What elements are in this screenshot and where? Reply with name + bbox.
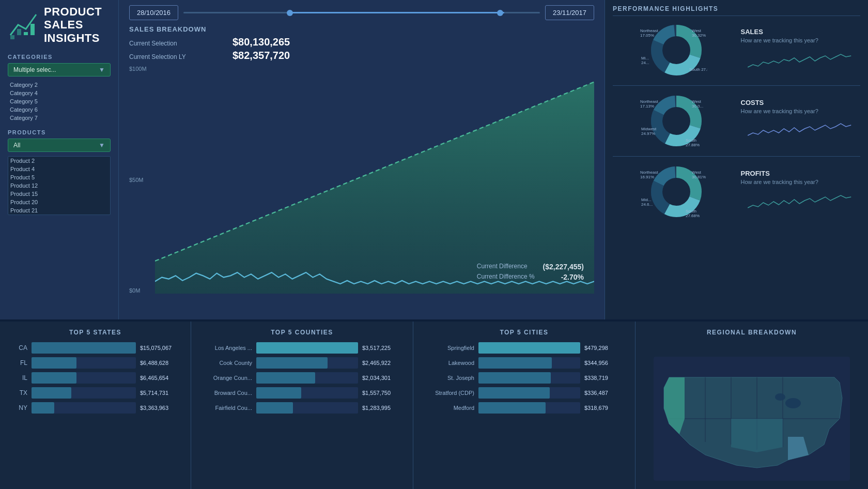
bar-row: FL $6,488,628 [9,357,181,369]
bar-track [478,342,580,354]
bar-fill [32,342,136,354]
bar-value: $1,557,750 [362,390,404,396]
products-list: Product 2 Product 4 Product 5 Product 12… [8,157,110,215]
bar-label: Springfield [423,345,474,351]
title-line2: INSIGHTS [44,32,100,44]
sales-donut-svg: West 30.32% South 27.8% Northeast 17.05%… [640,19,707,81]
bar-value: $6,465,654 [140,375,181,381]
bar-label: Cook County [200,360,252,366]
list-item[interactable]: Category 7 [8,114,111,122]
list-item[interactable]: Category 2 [8,81,111,89]
bar-track [256,342,358,354]
bar-row: IL $6,465,654 [9,372,181,384]
categories-label: CATEGORIES [8,54,111,60]
svg-text:16.91%: 16.91% [640,175,654,179]
svg-point-48 [785,398,801,408]
bar-fill [478,372,551,384]
bar-fill [32,387,71,399]
svg-text:27.68%: 27.68% [686,213,700,218]
list-item[interactable]: Product 21 [8,206,110,215]
bar-label: NY [9,404,27,411]
date-slider-track[interactable] [183,12,540,13]
bar-fill [256,372,315,384]
breakdown-ly-value: $82,357,720 [233,50,290,62]
bar-track [32,357,136,369]
profits-mini-chart [741,188,858,214]
list-item[interactable]: Category 4 [8,89,111,97]
bar-value: $5,714,731 [140,390,181,396]
products-dropdown[interactable]: All ▼ [8,139,111,152]
svg-text:17.05%: 17.05% [640,33,654,38]
chart-y-labels: $100M $50M $0M [129,66,155,294]
left-panel: PRODUCT SALES INSIGHTS CATEGORIES Multip… [0,0,119,319]
top-section: PRODUCT SALES INSIGHTS CATEGORIES Multip… [0,0,868,320]
svg-text:Mi...: Mi... [641,56,649,60]
bar-row: Los Angeles ... $3,517,225 [200,342,404,354]
map-container [645,342,859,489]
products-section: PRODUCTS All ▼ Product 2 Product 4 Produ… [8,129,111,215]
bar-row: NY $3,363,963 [9,402,181,414]
perf-sales-donut: West 30.32% South 27.8% Northeast 17.05%… [613,19,735,81]
svg-text:West: West [692,170,702,175]
y-label-50m: $50M [129,177,155,183]
bar-fill [256,402,293,414]
list-item[interactable]: Product 2 [8,157,110,165]
y-label-100m: $100M [129,66,155,72]
bar-fill-highlight [256,342,358,354]
regional-title: REGIONAL BREAKDOWN [645,329,859,336]
breakdown-current-value: $80,130,265 [233,36,290,48]
date-start-box[interactable]: 28/10/2016 [129,5,178,20]
bar-track [32,387,136,399]
bar-track [256,387,358,399]
bar-row: TX $5,714,731 [9,387,181,399]
slider-thumb-left[interactable] [287,10,293,16]
slider-thumb-right[interactable] [497,10,503,16]
costs-donut-svg: West 30.0... South 27.88% Northeast 17.1… [640,90,707,152]
bar-label: Medford [423,405,474,411]
top5counties-title: TOP 5 COUNTIES [200,329,404,336]
list-item[interactable]: Product 15 [8,190,110,198]
bar-value: $3,363,963 [140,405,181,411]
list-item[interactable]: Product 4 [8,165,110,173]
categories-dropdown[interactable]: Multiple selec... ▼ [8,63,111,77]
list-item[interactable]: Product 20 [8,198,110,206]
svg-text:30.0...: 30.0... [692,104,703,109]
bar-label: Orange Coun... [200,375,252,381]
bar-label: CA [9,344,27,352]
bar-row: Broward Cou... $1,557,750 [200,387,404,399]
us-map-svg [654,357,850,481]
svg-text:South: South [686,138,696,143]
sales-breakdown-title: SALES BREAKDOWN [129,25,594,33]
bar-track [32,342,136,354]
date-end-box[interactable]: 23/11/2017 [545,5,594,20]
bottom-section: TOP 5 STATES CA $15,075,067 FL $6,488,62… [0,320,868,489]
bar-value: $318,679 [584,405,626,411]
bar-label: FL [9,359,27,366]
bar-fill [256,357,328,369]
list-item[interactable]: Product 12 [8,181,110,190]
bar-label: Los Angeles ... [200,345,252,351]
list-item[interactable]: Product 5 [8,173,110,181]
chevron-down-icon: ▼ [99,142,105,149]
bar-track [32,372,136,384]
svg-text:South 27.8%: South 27.8% [689,67,707,72]
chevron-down-icon: ▼ [99,66,105,73]
products-scrollable-list[interactable]: Product 2 Product 4 Product 5 Product 12… [8,156,111,215]
bar-track [256,372,358,384]
top5states-title: TOP 5 STATES [9,329,181,336]
list-item[interactable]: Category 5 [8,97,111,105]
bar-row: Springfield $479,298 [423,342,626,354]
bar-label: Lakewood [423,360,474,366]
date-range-bar: 28/10/2016 23/11/2017 [129,5,594,20]
perf-costs-donut: West 30.0... South 27.88% Northeast 17.1… [613,90,735,152]
perf-sales-row: West 30.32% South 27.8% Northeast 17.05%… [613,19,860,86]
diff-pct-label: Current Difference % [477,273,535,281]
bar-value: $3,517,225 [362,345,404,351]
top5counties-panel: TOP 5 COUNTIES Los Angeles ... $3,517,22… [191,322,413,489]
svg-rect-3 [30,24,35,35]
bar-row: St. Joseph $338,719 [423,372,626,384]
list-item[interactable]: Category 6 [8,105,111,114]
bar-row: Cook County $2,465,922 [200,357,404,369]
y-label-0m: $0M [129,287,155,294]
main-area-polygon [155,82,594,294]
